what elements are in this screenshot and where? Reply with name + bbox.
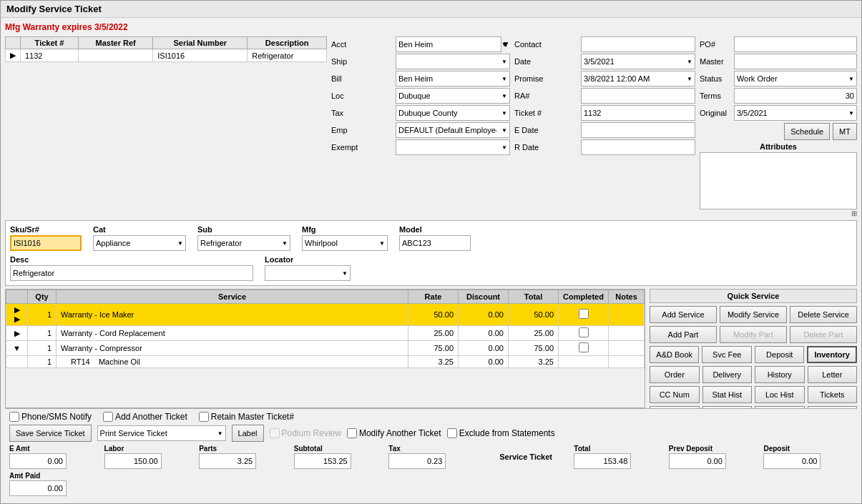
modify-part-button[interactable]: Modify Part [720, 326, 787, 343]
e-amt-value[interactable] [9, 453, 67, 469]
mt-button[interactable]: MT [833, 123, 857, 140]
tax-dropdown[interactable]: Dubuque County [396, 105, 510, 121]
print-select[interactable]: Print Service Ticket [97, 425, 226, 441]
sub-expand-icon[interactable]: ▶ [14, 315, 20, 323]
emp-select[interactable]: DEFAULT (Default Employee) [396, 122, 510, 138]
tickets-button[interactable]: Tickets [808, 386, 858, 403]
sub-collapse-icon[interactable]: ▼ [13, 344, 21, 352]
mfg-dropdown[interactable]: Whirlpool [302, 235, 388, 251]
cc-num-button[interactable]: CC Num [650, 386, 700, 403]
modify-service-button[interactable]: Modify Service [720, 306, 787, 323]
row-completed[interactable] [559, 304, 609, 326]
cat-select[interactable]: Appliance [93, 235, 186, 251]
delete-service-button[interactable]: Delete Service [790, 306, 857, 323]
sub-dropdown[interactable]: Refrigerator [197, 235, 290, 251]
delivery-button[interactable]: Delivery [702, 366, 753, 383]
save-service-button[interactable]: Save Service Ticket [9, 425, 92, 442]
emp-dropdown[interactable]: DEFAULT (Default Employee) [396, 122, 510, 138]
tax-select[interactable]: Dubuque County [396, 105, 510, 121]
subtotal-value[interactable] [294, 453, 351, 469]
exempt-dropdown[interactable] [396, 139, 510, 155]
master-input[interactable] [734, 54, 857, 69]
edate-input[interactable] [581, 122, 695, 138]
cat-dropdown[interactable]: Appliance [93, 235, 186, 251]
add-another-label[interactable]: Add Another Ticket [103, 412, 187, 422]
status-dropdown[interactable]: Work Order [734, 71, 857, 87]
amt-paid-value[interactable] [9, 480, 67, 496]
table-row[interactable]: ▶ ▶ 1 Warranty - Ice Maker 50.00 0.00 50… [6, 304, 645, 326]
ra-input[interactable] [581, 88, 695, 104]
modify-another-label[interactable]: Modify Another Ticket [347, 428, 441, 438]
deposit-value[interactable] [763, 453, 821, 469]
date-select[interactable]: 3/5/2021 [581, 54, 695, 69]
rdate-input[interactable] [581, 139, 695, 155]
table-row[interactable]: ▶ 1132 ISI1016 Refrigerator [6, 49, 327, 62]
table-row[interactable]: 1 RT14 Machine Oil 3.25 0.00 3.25 [6, 356, 645, 368]
po-input[interactable] [734, 36, 857, 52]
order-button[interactable]: Order [650, 366, 700, 383]
delete-part-button[interactable]: Delete Part [790, 326, 857, 343]
bill-select[interactable]: Ben Heim [396, 71, 510, 87]
deposit-button[interactable]: Deposit [755, 346, 804, 363]
parts-value[interactable] [199, 453, 256, 469]
print-dropdown[interactable]: Print Service Ticket [97, 425, 226, 441]
bill-dropdown[interactable]: Ben Heim [396, 71, 510, 87]
row-expand-btns[interactable]: ▶ ▶ [6, 304, 28, 326]
modify-another-checkbox[interactable] [347, 428, 357, 438]
locator-dropdown[interactable] [265, 265, 351, 281]
locator-select[interactable] [265, 265, 351, 281]
exclude-statements-label[interactable]: Exclude from Statements [447, 428, 555, 438]
loc-dropdown[interactable]: Dubuque [396, 88, 510, 104]
ship-dropdown[interactable] [396, 54, 510, 69]
completed-checkbox[interactable] [579, 327, 589, 337]
sku-input[interactable] [10, 235, 82, 251]
sub-expand-icon[interactable]: ▶ [14, 329, 20, 337]
table-row[interactable]: ▶ 1 Warranty - Cord Replacement 25.00 0.… [6, 326, 645, 341]
sub-select[interactable]: Refrigerator [197, 235, 290, 251]
promise-select[interactable]: 3/8/2021 12:00 AM [581, 71, 695, 87]
loc-select[interactable]: Dubuque [396, 88, 510, 104]
promise-dropdown[interactable]: 3/8/2021 12:00 AM [581, 71, 695, 87]
ship-select[interactable] [396, 54, 510, 69]
prev-deposit-value[interactable] [669, 453, 726, 469]
row-expand[interactable]: ▶ [6, 49, 21, 62]
add-part-button[interactable]: Add Part [650, 326, 717, 343]
acct-dropdown[interactable]: Ben Heim [396, 36, 501, 52]
row-completed[interactable] [559, 341, 609, 356]
inventory-button[interactable]: Inventory [807, 346, 857, 363]
podium-review-checkbox[interactable] [270, 428, 280, 438]
completed-checkbox[interactable] [579, 342, 589, 352]
original-select[interactable]: 3/5/2021 [734, 105, 857, 121]
total-value[interactable] [574, 453, 631, 469]
schedule-button[interactable]: Schedule [784, 123, 830, 140]
ad-book-button[interactable]: A&D Book [650, 346, 699, 363]
row-expand-btns[interactable]: ▶ [6, 326, 28, 341]
desc-input[interactable] [10, 265, 253, 281]
terms-input[interactable] [734, 88, 857, 104]
status-select[interactable]: Work Order [734, 71, 857, 87]
retain-master-checkbox[interactable] [199, 412, 209, 422]
history-button[interactable]: History [755, 366, 805, 383]
label-button[interactable]: Label [232, 425, 264, 442]
exclude-statements-checkbox[interactable] [447, 428, 457, 438]
phone-sms-checkbox[interactable] [9, 412, 19, 422]
completed-checkbox[interactable] [579, 309, 589, 319]
letter-button[interactable]: Letter [808, 366, 858, 383]
phone-sms-label[interactable]: Phone/SMS Notify [9, 412, 92, 422]
add-service-button[interactable]: Add Service [650, 306, 717, 323]
stat-hist-button[interactable]: Stat Hist [702, 386, 753, 403]
table-row[interactable]: ▼ 1 Warranty - Compressor 75.00 0.00 75.… [6, 341, 645, 356]
date-dropdown[interactable]: 3/5/2021 [581, 54, 695, 69]
ticket-num-input[interactable] [581, 105, 695, 121]
original-dropdown[interactable]: 3/5/2021 [734, 105, 857, 121]
loc-hist-button[interactable]: Loc Hist [755, 386, 805, 403]
exempt-select[interactable] [396, 139, 510, 155]
add-another-checkbox[interactable] [103, 412, 113, 422]
row-completed[interactable] [559, 356, 609, 368]
retain-master-label[interactable]: Retain Master Ticket# [199, 412, 294, 422]
expand-icon[interactable]: ▶ [14, 305, 20, 314]
contact-input[interactable] [581, 36, 695, 52]
svc-fee-button[interactable]: Svc Fee [702, 346, 752, 363]
mfg-select[interactable]: Whirlpool [302, 235, 388, 251]
labor-value[interactable] [104, 453, 162, 469]
